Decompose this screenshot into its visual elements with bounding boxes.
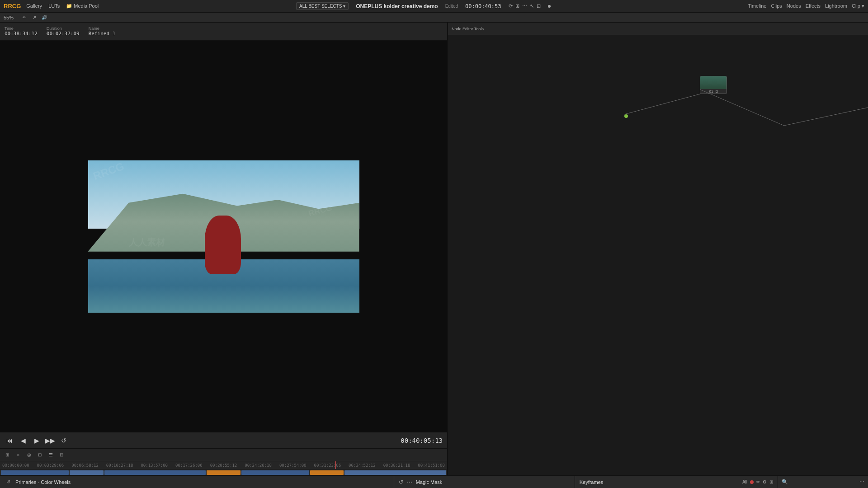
timeline-tools: ⊞ ○ ◎ ⊡ ☰ ⊟ — [0, 449, 447, 461]
kf-settings-icon[interactable]: ⚙ — [763, 479, 767, 484]
cp-header: 🔍 ⋯ — [778, 476, 868, 488]
node-connections — [448, 35, 868, 475]
tl-tool-4[interactable]: ⊡ — [36, 451, 43, 459]
video-viewer: RRCG 人人素材 RRCG — [0, 41, 447, 432]
color-reset-icon[interactable]: ↺ — [5, 479, 12, 486]
time-label: Time — [5, 26, 38, 31]
prev-frame-btn[interactable]: ◀ — [18, 436, 28, 446]
green-connector[interactable] — [624, 114, 628, 118]
timeline-markers: 00:00:00:00 00:03:29:06 00:06:58:12 00:1… — [2, 463, 445, 468]
settings-icon[interactable]: ⋯ — [522, 3, 527, 9]
header-timecode: 00:00:40:53 — [465, 3, 501, 9]
duration-label: Duration — [47, 26, 80, 31]
tab-timeline[interactable]: Timeline — [748, 3, 766, 9]
clip-2[interactable] — [70, 470, 104, 475]
node-label: 01 ↑2 — [700, 89, 726, 94]
crop-icon[interactable]: ⊡ — [537, 3, 541, 9]
pen-tool-icon[interactable]: ✏ — [21, 14, 28, 21]
clip-6[interactable] — [310, 470, 344, 475]
cp-search-icon: 🔍 — [782, 479, 788, 485]
marker-9: 00:31:23:06 — [314, 463, 341, 468]
next-frame-btn[interactable]: ▶▶ — [45, 436, 55, 446]
marker-11: 00:38:21:18 — [383, 463, 410, 468]
timeline-tracks — [0, 469, 447, 475]
menu-media-pool[interactable]: 📁 Media Pool — [66, 3, 99, 9]
kf-export-icon[interactable]: ⊞ — [769, 479, 773, 484]
mm-title: Magic Mask — [416, 479, 443, 485]
loop-icon[interactable]: ⟳ — [509, 3, 513, 9]
top-right-tabs: Timeline Clips Nodes Effects Lightroom C… — [748, 3, 864, 9]
cursor-icon[interactable]: ↖ — [530, 3, 534, 9]
mm-settings-icon[interactable]: ⋯ — [407, 479, 412, 485]
app-logo: RRCG — [4, 3, 21, 9]
main-area: Time 00:38:34:12 Duration 00:02:37:09 Na… — [0, 23, 868, 475]
clip-7[interactable] — [344, 470, 446, 475]
tab-lightroom[interactable]: Lightroom — [825, 3, 847, 9]
clip-3[interactable] — [104, 470, 206, 475]
playback-icons: ⟳ ⊞ ⋯ ↖ ⊡ — [509, 3, 541, 9]
node-editor[interactable]: 01 ↑2 — [448, 35, 868, 475]
tab-nodes[interactable]: Nodes — [787, 3, 801, 9]
watermark-ml: 人人素材 — [129, 236, 165, 249]
go-to-start-btn[interactable]: ⏮ — [5, 436, 14, 446]
marker-8: 00:27:54:00 — [279, 463, 307, 468]
arrow-tool-icon[interactable]: ↗ — [31, 14, 38, 21]
marker-10: 00:34:52:12 — [349, 463, 376, 468]
grid-icon[interactable]: ⊞ — [515, 3, 519, 9]
tab-effects[interactable]: Effects — [806, 3, 821, 9]
kf-add-icon[interactable]: ✏ — [756, 479, 760, 484]
timeline-name: ONEPLUS kolder creative demo — [356, 3, 438, 9]
name-value: Refined 1 — [89, 31, 116, 37]
color-props-panel: 🔍 ⋯ Faster Better Smart Refine 50.0 Mode… — [778, 476, 868, 488]
tab-clips[interactable]: Clips — [771, 3, 782, 9]
playhead[interactable] — [335, 461, 336, 469]
color-panel-title: Primaries - Color Wheels — [15, 479, 71, 485]
tl-tool-5[interactable]: ☰ — [47, 451, 54, 459]
kf-playhead-dot — [750, 480, 754, 484]
top-bar-right: Timeline Clips Nodes Effects Lightroom C… — [748, 3, 864, 9]
svg-line-1 — [784, 108, 868, 126]
magic-mask-panel: ↺ ⋯ Magic Mask ⏮ ▶ ⏹ ⏩ ▶▶ Person Feature… — [394, 476, 575, 488]
marker-0: 00:00:00:00 — [2, 463, 29, 468]
play-btn[interactable]: ▶ — [32, 436, 42, 446]
clip-4[interactable] — [207, 470, 241, 475]
marker-4: 00:13:57:00 — [141, 463, 168, 468]
top-menu: Gallery LUTs 📁 Media Pool — [26, 3, 99, 9]
kf-controls: All ✏ ⚙ ⊞ — [742, 479, 773, 484]
kf-header: Keyframes All ✏ ⚙ ⊞ — [575, 476, 778, 488]
top-bar-center: ALL BEST SELECTS ▾ ONEPLUS kolder creati… — [296, 2, 551, 10]
top-bar-left: RRCG Gallery LUTs 📁 Media Pool — [4, 3, 99, 9]
menu-gallery[interactable]: Gallery — [26, 3, 42, 9]
kf-filter[interactable]: All — [742, 479, 747, 484]
marker-5: 00:17:26:06 — [175, 463, 203, 468]
tl-tool-3[interactable]: ◎ — [25, 451, 33, 459]
toolbar-icons: ✏ ↗ 🔊 — [21, 14, 48, 21]
clip-1[interactable] — [1, 470, 69, 475]
marker-2: 00:06:58:12 — [71, 463, 99, 468]
mm-refresh-icon[interactable]: ↺ — [399, 479, 403, 485]
clip-5[interactable] — [241, 470, 309, 475]
clip-time: Time 00:38:34:12 — [5, 26, 38, 37]
right-panel: Node Editor Tools 01 ↑2 — [448, 23, 868, 475]
mm-header: ↺ ⋯ Magic Mask — [394, 476, 575, 488]
video-frame: RRCG 人人素材 RRCG — [88, 160, 359, 313]
zoom-level: 55% — [4, 15, 17, 20]
marker-3: 00:10:27:18 — [106, 463, 133, 468]
all-best-selects-dropdown[interactable]: ALL BEST SELECTS ▾ — [296, 2, 349, 10]
keyframes-panel: Keyframes All ✏ ⚙ ⊞ 00:01:42:05 00:01:42… — [575, 476, 778, 488]
menu-luts[interactable]: LUTs — [48, 3, 60, 9]
cp-settings-icon[interactable]: ⋯ — [859, 479, 864, 485]
clip-duration: Duration 00:02:37:09 — [47, 26, 80, 37]
color-panel-header: ↺ Primaries - Color Wheels — [0, 476, 394, 488]
speaker-icon[interactable]: 🔊 — [41, 14, 48, 21]
tl-tool-6[interactable]: ⊟ — [58, 451, 65, 459]
clips-row-v1 — [0, 469, 447, 475]
loop-btn[interactable]: ↺ — [59, 436, 69, 446]
indicator-dot — [548, 5, 551, 8]
tl-tool-2[interactable]: ○ — [14, 451, 22, 459]
bottom-section: ↺ Primaries - Color Wheels ✏ ↺ Temp 0.0 … — [0, 475, 868, 488]
clip-dropdown[interactable]: Clip ▾ — [852, 3, 864, 9]
tl-tool-1[interactable]: ⊞ — [4, 451, 11, 459]
node-box[interactable]: 01 ↑2 — [700, 76, 727, 94]
duration-value: 00:02:37:09 — [47, 31, 80, 37]
